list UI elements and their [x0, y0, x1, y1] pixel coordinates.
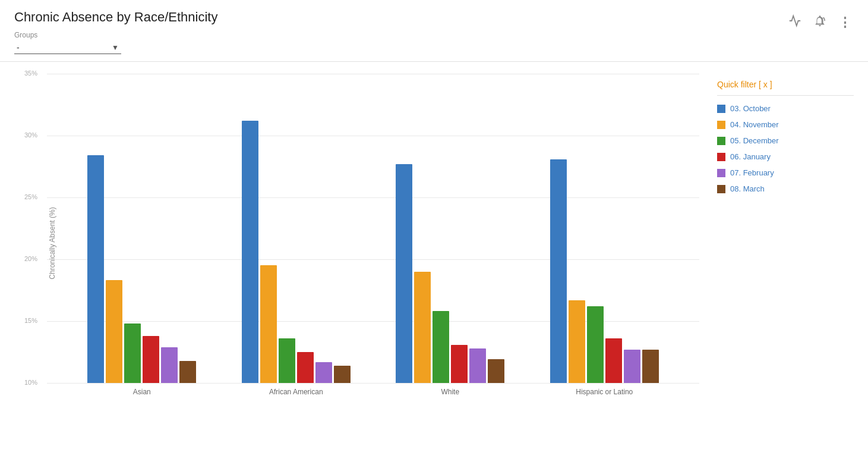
x-label-white: White — [373, 388, 528, 396]
legend-item-jan[interactable]: 06. January — [717, 152, 854, 161]
bar-0-5[interactable] — [179, 361, 196, 383]
more-options-icon-button[interactable]: ⋮ — [836, 12, 854, 33]
bar-2-3[interactable] — [451, 345, 468, 383]
bar-3-4[interactable] — [624, 350, 640, 383]
grid-line-10: 10% — [47, 383, 699, 384]
groups-select[interactable]: - ▼ — [14, 42, 121, 54]
legend-divider — [717, 95, 854, 96]
bar-3-2[interactable] — [587, 306, 604, 383]
x-axis: Asian African American White Hispanic or… — [47, 388, 699, 396]
page-title: Chronic Absence by Race/Ethnicity — [14, 10, 217, 25]
legend-color-feb — [717, 169, 725, 177]
bar-0-2[interactable] — [124, 323, 141, 383]
legend-color-oct — [717, 105, 725, 113]
legend-color-mar — [717, 185, 725, 193]
bar-1-1[interactable] — [260, 265, 277, 383]
header: Chronic Absence by Race/Ethnicity Groups… — [0, 0, 868, 62]
x-label-asian: Asian — [65, 388, 219, 396]
quick-filter-title: Quick filter [ — [717, 80, 763, 89]
quick-filter-bracket: ] — [768, 80, 772, 89]
quick-filter-x-button[interactable]: x — [763, 80, 768, 89]
legend-item-dec[interactable]: 05. December — [717, 136, 854, 145]
bar-1-4[interactable] — [315, 362, 332, 383]
y-label-25: 25% — [24, 193, 37, 200]
bars-container — [47, 74, 699, 383]
y-label-30: 30% — [24, 131, 37, 139]
bar-2-0[interactable] — [396, 164, 412, 383]
chart-inner: Chronically Absent (%) 35% 30% 25% — [47, 74, 699, 413]
bar-3-0[interactable] — [550, 159, 567, 383]
legend-color-dec — [717, 137, 725, 145]
chart-container: Chronically Absent (%) 35% 30% 25% — [14, 74, 854, 413]
bar-group-3 — [528, 74, 682, 383]
bar-1-2[interactable] — [279, 338, 295, 383]
legend: Quick filter [ x ] 03. October 04. Novem… — [699, 74, 854, 413]
bar-2-4[interactable] — [469, 348, 486, 383]
page: Chronic Absence by Race/Ethnicity Groups… — [0, 0, 868, 468]
legend-label-mar: 08. March — [730, 184, 765, 193]
legend-color-jan — [717, 153, 725, 161]
y-label-35: 35% — [24, 70, 37, 77]
bar-group-1 — [219, 74, 374, 383]
bar-3-5[interactable] — [642, 350, 659, 383]
bar-group-2 — [373, 74, 528, 383]
legend-label-oct: 03. October — [730, 104, 771, 113]
bar-0-1[interactable] — [106, 280, 122, 383]
bar-1-5[interactable] — [334, 366, 351, 383]
header-left: Chronic Absence by Race/Ethnicity Groups… — [14, 10, 217, 54]
legend-label-jan: 06. January — [730, 152, 771, 161]
chart-area: Chronically Absent (%) 35% 30% 25% — [14, 74, 699, 413]
legend-item-feb[interactable]: 07. February — [717, 168, 854, 177]
legend-color-nov — [717, 121, 725, 129]
y-label-20: 20% — [24, 255, 37, 262]
legend-item-nov[interactable]: 04. November — [717, 120, 854, 129]
bar-group-0 — [65, 74, 219, 383]
header-icons: ⋮ — [786, 10, 854, 33]
legend-label-dec: 05. December — [730, 136, 779, 145]
bar-3-1[interactable] — [569, 300, 585, 383]
bar-0-0[interactable] — [87, 155, 104, 383]
chevron-down-icon: ▼ — [112, 43, 119, 52]
legend-label-nov: 04. November — [730, 120, 779, 129]
groups-value: - — [17, 43, 112, 52]
bar-1-3[interactable] — [297, 352, 314, 383]
y-label-10: 10% — [24, 379, 37, 386]
bar-0-3[interactable] — [143, 336, 159, 383]
x-label-hispanic: Hispanic or Latino — [528, 388, 682, 396]
bar-1-0[interactable] — [242, 121, 258, 383]
x-label-african-american: African American — [219, 388, 374, 396]
chart-plot: 35% 30% 25% 20% 15% — [47, 74, 699, 383]
legend-label-feb: 07. February — [730, 168, 774, 177]
chart-section: Chronically Absent (%) 35% 30% 25% — [0, 62, 868, 425]
bar-2-5[interactable] — [488, 359, 504, 383]
legend-item-oct[interactable]: 03. October — [717, 104, 854, 113]
bar-2-2[interactable] — [433, 311, 449, 383]
more-icon: ⋮ — [838, 15, 851, 30]
y-label-15: 15% — [24, 317, 37, 324]
notification-add-icon-button[interactable] — [811, 12, 829, 33]
legend-items: 03. October 04. November 05. December 06… — [717, 104, 854, 193]
quick-filter-header: Quick filter [ x ] — [717, 80, 854, 89]
analytics-icon-button[interactable] — [786, 12, 804, 33]
bar-3-3[interactable] — [605, 338, 622, 383]
legend-item-mar[interactable]: 08. March — [717, 184, 854, 193]
bar-0-4[interactable] — [161, 347, 178, 383]
groups-label: Groups — [14, 31, 217, 39]
bar-2-1[interactable] — [414, 272, 431, 383]
